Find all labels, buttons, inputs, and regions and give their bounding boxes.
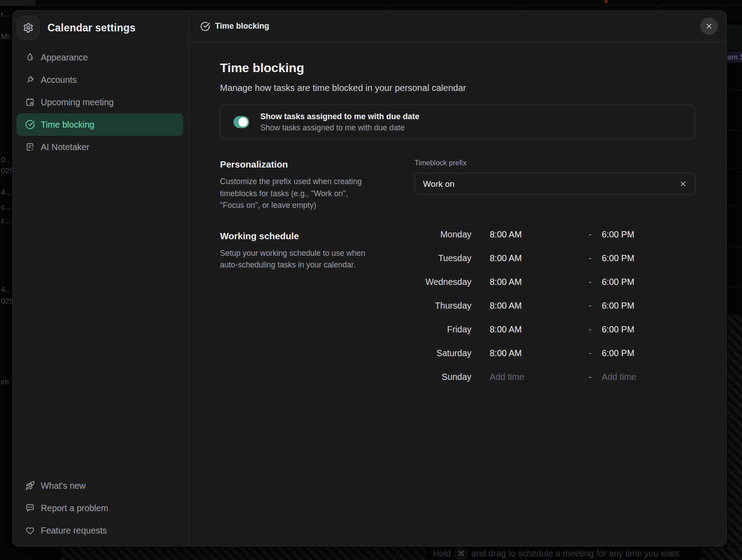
start-time[interactable]: 8:00 AM	[490, 277, 589, 287]
bg-text-fragment: 025	[1, 297, 13, 306]
hint-text-post: and drag to schedule a meeting for any t…	[471, 548, 679, 559]
schedule-row-thursday: Thursday 8:00 AM - 6:00 PM	[414, 294, 695, 318]
working-schedule-info: Working schedule Setup your working sche…	[220, 231, 387, 389]
sidebar-footer: What's new Report a problem Feature requ…	[17, 474, 183, 542]
droplet-icon	[25, 52, 35, 62]
bg-column-divider	[521, 6, 521, 10]
plug-icon	[25, 75, 35, 85]
personalization-controls: Timeblock prefix	[414, 159, 695, 211]
show-tasks-toggle[interactable]	[233, 116, 249, 128]
bg-gridline	[727, 514, 742, 515]
day-label: Friday	[414, 324, 471, 335]
hint-text-pre: Hold	[433, 548, 451, 559]
schedule-row-sunday: Sunday Add time - Add time	[414, 365, 695, 389]
settings-nav: Appearance Accounts Upcoming meeting	[17, 46, 183, 158]
start-time[interactable]: Add time	[490, 372, 589, 382]
timeblock-prefix-input[interactable]	[423, 179, 674, 189]
bg-gridline	[727, 206, 742, 207]
start-time[interactable]: 8:00 AM	[490, 301, 589, 311]
sidebar-item-label: What's new	[41, 481, 86, 491]
time-separator: -	[589, 372, 602, 382]
start-time[interactable]: 8:00 AM	[490, 229, 589, 240]
day-label: Sunday	[414, 372, 471, 382]
sidebar-item-feature-requests[interactable]: Feature requests	[17, 519, 183, 542]
start-time[interactable]: 8:00 AM	[490, 348, 589, 358]
bg-column-divider	[658, 6, 658, 10]
settings-sidebar: Calendar settings Appearance Accounts	[13, 11, 190, 546]
bg-column-divider	[386, 6, 386, 10]
end-time[interactable]: 6:00 PM	[602, 277, 695, 287]
calendar-settings-modal: Calendar settings Appearance Accounts	[13, 10, 727, 547]
working-schedule-section: Working schedule Setup your working sche…	[220, 231, 695, 389]
day-label: Saturday	[414, 348, 471, 358]
rocket-icon	[25, 481, 35, 491]
sidebar-item-time-blocking[interactable]: Time blocking	[17, 113, 183, 136]
end-time[interactable]: 6:00 PM	[602, 253, 695, 263]
schedule-row-wednesday: Wednesday 8:00 AM - 6:00 PM	[414, 270, 695, 294]
day-label: Thursday	[414, 301, 471, 311]
bg-text-fragment: 0...	[1, 155, 12, 164]
bg-notification-dot	[604, 0, 608, 3]
personalization-info: Personalization Customize the prefix use…	[220, 159, 387, 211]
personalization-heading: Personalization	[220, 159, 387, 170]
bg-gridline	[727, 448, 742, 448]
sidebar-item-label: Appearance	[41, 52, 88, 63]
schedule-row-saturday: Saturday 8:00 AM - 6:00 PM	[414, 341, 695, 365]
sidebar-item-label: Report a problem	[41, 503, 108, 513]
end-time[interactable]: Add time	[602, 372, 695, 382]
heart-icon	[25, 526, 35, 535]
bg-calendar-gridline	[0, 5, 742, 6]
start-time[interactable]: 8:00 AM	[490, 324, 589, 335]
personalization-description: Customize the prefix used when creating …	[220, 176, 387, 211]
bg-gridline	[727, 90, 742, 90]
notetaker-icon	[25, 142, 35, 152]
toggle-knob	[238, 117, 248, 127]
close-icon	[705, 22, 713, 30]
bg-gridline	[727, 130, 742, 130]
sidebar-item-ai-notetaker[interactable]: AI Notetaker	[17, 136, 183, 158]
bg-gridline	[727, 414, 742, 415]
working-schedule-heading: Working schedule	[220, 231, 387, 241]
bg-event-block	[727, 25, 742, 51]
personalization-section: Personalization Customize the prefix use…	[220, 159, 695, 211]
sidebar-item-report-problem[interactable]: Report a problem	[17, 497, 183, 519]
bg-nonworking-hours-hatch	[701, 547, 742, 560]
schedule-row-tuesday: Tuesday 8:00 AM - 6:00 PM	[414, 246, 695, 270]
sidebar-header: Calendar settings	[17, 16, 183, 40]
bg-text-fragment: 025	[1, 167, 13, 176]
time-separator: -	[589, 229, 602, 240]
time-separator: -	[589, 277, 602, 287]
toggle-card-title: Show tasks assigned to me with due date	[260, 112, 419, 121]
day-label: Tuesday	[414, 253, 471, 263]
start-time[interactable]: 8:00 AM	[490, 253, 589, 263]
page-title: Time blocking	[220, 60, 695, 76]
sidebar-item-accounts[interactable]: Accounts	[17, 69, 183, 91]
schedule-row-monday: Monday 8:00 AM - 6:00 PM	[414, 223, 695, 246]
working-schedule-table: Monday 8:00 AM - 6:00 PM Tuesday 8:00 AM…	[414, 223, 695, 389]
clear-prefix-button[interactable]	[679, 180, 687, 188]
sidebar-item-upcoming-meeting[interactable]: Upcoming meeting	[17, 91, 183, 113]
timeblock-prefix-field	[414, 173, 695, 195]
settings-main-panel: Time blocking Time blocking Manage how t…	[190, 11, 726, 546]
bg-text-fragment: c...	[1, 216, 11, 225]
close-button[interactable]	[700, 17, 718, 35]
bg-gridline	[727, 481, 742, 482]
time-separator: -	[589, 253, 602, 263]
end-time[interactable]: 6:00 PM	[602, 229, 695, 240]
end-time[interactable]: 6:00 PM	[602, 301, 695, 311]
toggle-card-description: Show tasks assigned to me with due date	[260, 123, 419, 133]
sidebar-item-whats-new[interactable]: What's new	[17, 474, 183, 497]
time-separator: -	[589, 301, 602, 311]
sidebar-item-appearance[interactable]: Appearance	[17, 46, 183, 69]
bg-gridline	[727, 381, 742, 382]
sidebar-title: Calendar settings	[47, 22, 135, 34]
end-time[interactable]: 6:00 PM	[602, 324, 695, 335]
sidebar-item-label: Upcoming meeting	[41, 97, 114, 108]
toggle-card-text: Show tasks assigned to me with due date …	[260, 112, 419, 133]
page-subtitle: Manage how tasks are time blocked in you…	[220, 82, 695, 94]
settings-gear-button	[17, 16, 40, 40]
sidebar-item-label: Feature requests	[41, 526, 107, 536]
bg-text-fragment: 4...	[1, 188, 12, 197]
end-time[interactable]: 6:00 PM	[602, 348, 695, 358]
day-label: Monday	[414, 229, 471, 240]
